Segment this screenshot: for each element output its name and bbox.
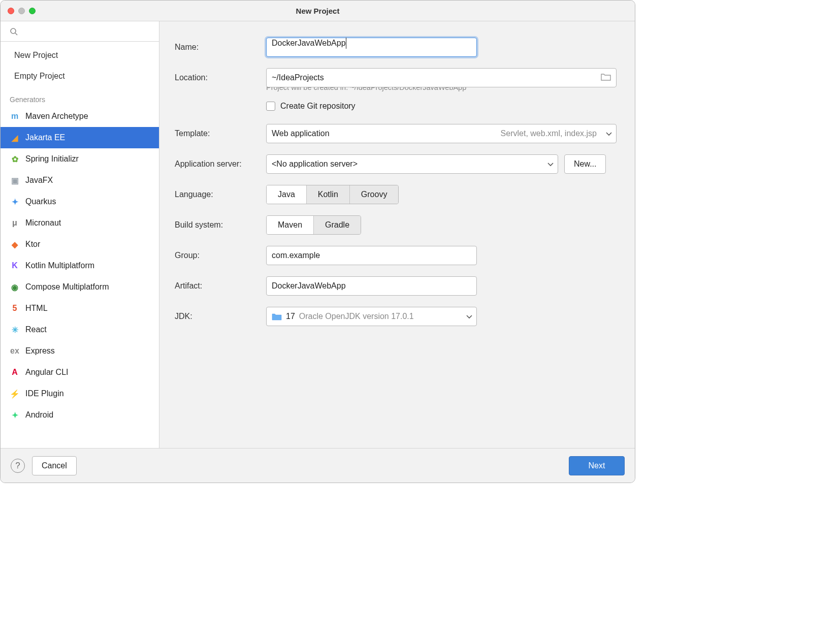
generators-label: Generators [1, 89, 159, 106]
generator-item-label: Ktor [25, 240, 40, 249]
main-body: New Project Empty Project Generators mMa… [1, 21, 635, 448]
build-option-maven[interactable]: Maven [267, 216, 314, 234]
generator-item-quarkus[interactable]: ✦Quarkus [1, 191, 159, 212]
chevron-down-icon [466, 312, 472, 321]
generator-item-html[interactable]: 5HTML [1, 298, 159, 319]
sidebar-item-empty-project[interactable]: Empty Project [14, 66, 145, 86]
location-label: Location: [175, 73, 266, 82]
javafx-icon: ▣ [10, 175, 20, 185]
generator-item-label: HTML [25, 304, 48, 313]
generator-item-react[interactable]: ✳React [1, 319, 159, 340]
new-project-window: New Project New Project Empty Project Ge… [0, 0, 635, 483]
generator-item-micronaut[interactable]: μMicronaut [1, 212, 159, 234]
generator-item-label: Express [25, 346, 55, 356]
generator-item-label: Spring Initializr [25, 154, 79, 164]
generator-item-jakarta-ee[interactable]: ◢Jakarta EE [1, 127, 159, 148]
group-label: Group: [175, 251, 266, 260]
android-icon: ✦ [10, 410, 20, 420]
generator-item-label: Maven Archetype [25, 112, 88, 121]
git-checkbox-label: Create Git repository [280, 102, 356, 111]
html-icon: 5 [10, 303, 20, 313]
express-icon: ex [10, 346, 20, 356]
next-button[interactable]: Next [569, 456, 625, 475]
footer: ? Cancel Next [1, 448, 635, 483]
generator-item-label: Jakarta EE [25, 133, 65, 142]
react-icon: ✳ [10, 325, 20, 335]
template-label: Template: [175, 129, 266, 138]
language-option-kotlin[interactable]: Kotlin [307, 185, 350, 204]
generator-item-ide-plugin[interactable]: ⚡IDE Plugin [1, 383, 159, 404]
chevron-down-icon [606, 129, 612, 138]
svg-line-1 [15, 33, 17, 35]
generator-item-label: Compose Multiplatform [25, 282, 109, 292]
artifact-label: Artifact: [175, 281, 266, 291]
generator-item-kotlin-multiplatform[interactable]: KKotlin Multiplatform [1, 255, 159, 276]
generator-item-label: Angular CLI [25, 368, 69, 377]
build-option-gradle[interactable]: Gradle [314, 216, 361, 234]
search-icon [10, 27, 18, 36]
language-option-java[interactable]: Java [267, 185, 307, 204]
sidebar: New Project Empty Project Generators mMa… [1, 21, 159, 448]
help-button[interactable]: ? [11, 459, 25, 473]
generator-item-maven-archetype[interactable]: mMaven Archetype [1, 106, 159, 127]
zoom-window-button[interactable] [29, 8, 36, 14]
generator-item-express[interactable]: exExpress [1, 340, 159, 362]
micronaut-icon: μ [10, 218, 20, 228]
language-label: Language: [175, 190, 266, 199]
sidebar-item-new-project[interactable]: New Project [14, 45, 145, 66]
language-option-groovy[interactable]: Groovy [350, 185, 399, 204]
titlebar: New Project [1, 1, 635, 21]
generator-item-label: Quarkus [25, 197, 56, 206]
search-input[interactable] [1, 21, 159, 42]
language-segmented: JavaKotlinGroovy [266, 185, 399, 204]
build-segmented: MavenGradle [266, 215, 361, 235]
build-label: Build system: [175, 220, 266, 230]
folder-icon[interactable] [601, 73, 611, 83]
quarkus-icon: ✦ [10, 197, 20, 207]
generator-list: mMaven Archetype◢Jakarta EE✿Spring Initi… [1, 106, 159, 426]
minimize-window-button[interactable] [18, 8, 25, 14]
jakarta-ee-icon: ◢ [10, 133, 20, 143]
generator-item-label: Kotlin Multiplatform [25, 261, 94, 270]
git-checkbox-row[interactable]: Create Git repository [266, 102, 620, 111]
generator-item-label: Micronaut [25, 218, 61, 228]
generator-item-label: Android [25, 410, 53, 420]
generator-item-label: IDE Plugin [25, 389, 64, 398]
group-input[interactable]: com.example [266, 246, 477, 265]
generator-item-android[interactable]: ✦Android [1, 404, 159, 426]
ktor-icon: ◆ [10, 239, 20, 249]
svg-point-0 [11, 28, 16, 34]
kotlin-multiplatform-icon: K [10, 261, 20, 271]
text-caret [346, 38, 346, 49]
generator-item-ktor[interactable]: ◆Ktor [1, 234, 159, 255]
compose-multiplatform-icon: ◉ [10, 282, 20, 292]
template-hint: Servlet, web.xml, index.jsp [501, 129, 597, 138]
appserver-new-button[interactable]: New... [564, 154, 606, 174]
generator-item-spring-initializr[interactable]: ✿Spring Initializr [1, 148, 159, 170]
ide-plugin-icon: ⚡ [10, 389, 20, 399]
chevron-down-icon [547, 159, 554, 169]
location-input[interactable]: ~/IdeaProjects [266, 68, 617, 87]
project-categories: New Project Empty Project [1, 42, 159, 89]
maven-archetype-icon: m [10, 111, 20, 121]
appserver-label: Application server: [175, 159, 266, 169]
generator-item-label: JavaFX [25, 176, 53, 185]
generator-item-compose-multiplatform[interactable]: ◉Compose Multiplatform [1, 276, 159, 298]
jdk-folder-icon [272, 312, 282, 321]
generator-item-label: React [25, 325, 47, 334]
window-title: New Project [296, 7, 340, 15]
close-window-button[interactable] [8, 8, 14, 14]
cancel-button[interactable]: Cancel [32, 456, 77, 475]
jdk-select[interactable]: 17 Oracle OpenJDK version 17.0.1 [266, 307, 477, 326]
template-select[interactable]: Web application Servlet, web.xml, index.… [266, 124, 617, 143]
generator-item-javafx[interactable]: ▣JavaFX [1, 170, 159, 191]
git-checkbox[interactable] [266, 102, 275, 111]
generator-item-angular-cli[interactable]: AAngular CLI [1, 362, 159, 383]
name-label: Name: [175, 43, 266, 52]
form-panel: Name: DockerJavaWebApp Location: ~/IdeaP… [159, 21, 635, 448]
traffic-lights [8, 8, 36, 14]
appserver-select[interactable]: <No application server> [266, 154, 558, 174]
angular-cli-icon: A [10, 367, 20, 377]
artifact-input[interactable]: DockerJavaWebApp [266, 276, 477, 296]
name-input[interactable]: DockerJavaWebApp [266, 38, 477, 57]
